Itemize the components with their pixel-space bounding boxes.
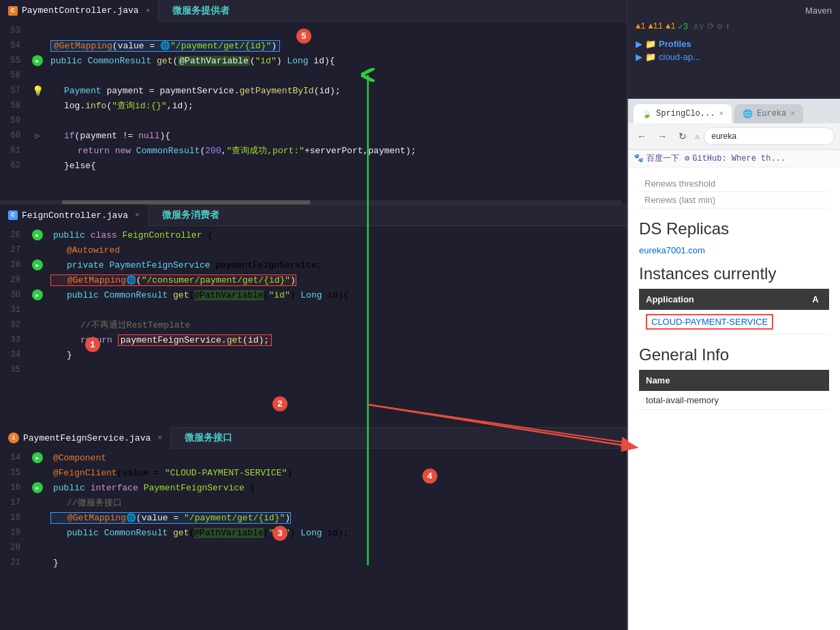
code-line-56: 56 bbox=[0, 68, 627, 83]
code-section-3: 14 ▶ @Component 15 @FeignClient(value = … bbox=[0, 449, 627, 630]
instance-table-header: Application A bbox=[639, 289, 829, 310]
replica-link[interactable]: eureka7001.com bbox=[639, 245, 705, 255]
renews-threshold-row: Renews threshold bbox=[639, 176, 829, 192]
bookmark-baidu[interactable]: 🐾 百度一下 bbox=[634, 153, 679, 164]
refresh-button[interactable]: ↻ bbox=[674, 128, 691, 144]
instance-row-1: CLOUD-PAYMENT-SERVICE bbox=[639, 310, 829, 334]
tab-feign-controller[interactable]: C FeignController.java × bbox=[0, 204, 149, 226]
maven-title: Maven bbox=[636, 5, 832, 16]
tab-label-3: PaymentFeignService.java bbox=[23, 433, 151, 443]
tab-springcloud-close[interactable]: × bbox=[719, 110, 724, 118]
code-line-58: 58 log.info("查询id:{}",id); bbox=[0, 98, 627, 113]
code-line-31: 31 bbox=[0, 302, 627, 317]
code-section-1: C PaymentController.java × 微服务提供者 53 54 … bbox=[0, 0, 627, 204]
tab-payment-controller[interactable]: C PaymentController.java × bbox=[0, 0, 159, 22]
maven-profiles-item[interactable]: ▶ 📁 Profiles bbox=[636, 37, 832, 50]
tab-close-1[interactable]: × bbox=[146, 7, 151, 15]
tab-feign-service[interactable]: i PaymentFeignService.java × bbox=[0, 427, 171, 449]
nav-arrows[interactable]: ∧∨ bbox=[694, 21, 704, 32]
settings-icon[interactable]: ⚙ bbox=[717, 21, 723, 32]
col-application: Application bbox=[639, 289, 805, 310]
general-info-header: Name bbox=[639, 370, 829, 391]
baidu-icon: 🐾 bbox=[634, 153, 644, 163]
browser-bookmarks: 🐾 百度一下 ⚙ GitHub: Where th... bbox=[628, 150, 840, 168]
globe-icon: 🌐 bbox=[743, 109, 753, 119]
tab-label-1: PaymentController.java bbox=[22, 5, 139, 16]
bookmark-baidu-label: 百度一下 bbox=[647, 153, 679, 164]
browser-tab-bar: 🍃 SpringClo... × 🌐 Eureka × bbox=[628, 99, 840, 123]
back-button[interactable]: ← bbox=[634, 128, 650, 144]
expand-icon-2: ▶ bbox=[636, 52, 642, 62]
code-section-2: 26 ▶ public class FeignController { 27 @… bbox=[0, 226, 627, 427]
maven-warnings-2: ▲11 bbox=[648, 22, 663, 31]
code-line-55: 55 ▶ public CommonResult get(@PathVariab… bbox=[0, 53, 627, 68]
instance-col-a bbox=[805, 310, 829, 334]
tab-label-2: FeignController.java bbox=[22, 210, 128, 221]
tab-eureka-label: Eureka bbox=[757, 109, 786, 119]
gutter-icon-30: ▶ bbox=[32, 289, 43, 300]
maven-warnings: ▲1 bbox=[636, 22, 645, 31]
badge-1: 1 bbox=[85, 337, 100, 352]
tab-eureka-close[interactable]: × bbox=[790, 110, 795, 118]
maven-warnings-3: ▲1 bbox=[666, 22, 675, 31]
code-line-57: 57 💡 Payment payment = paymentService.ge… bbox=[0, 83, 627, 98]
gutter-icon-14: ▶ bbox=[32, 452, 43, 463]
eureka-content: Renews threshold Renews (last min) DS Re… bbox=[628, 168, 840, 630]
instance-name-cell: CLOUD-PAYMENT-SERVICE bbox=[639, 310, 805, 334]
warning-icon: ⚠ bbox=[695, 131, 700, 142]
tab-close-3[interactable]: × bbox=[157, 434, 162, 442]
tab-springcloud-label: SpringClo... bbox=[656, 109, 715, 119]
renews-threshold-label: Renews threshold bbox=[639, 176, 807, 192]
code-line-28: 28 ▶ private PaymentFeignService payment… bbox=[0, 257, 627, 272]
code-line-26: 26 ▶ public class FeignController { bbox=[0, 227, 627, 242]
code-line-27: 27 @Autowired bbox=[0, 242, 627, 257]
gutter-icon-16: ▶ bbox=[32, 482, 43, 493]
code-line-53: 53 bbox=[0, 23, 627, 38]
folder-icon-2: 📁 bbox=[645, 52, 656, 62]
col-name: Name bbox=[639, 370, 829, 391]
refresh-icon[interactable]: ⟳ bbox=[707, 21, 715, 32]
section-divider-2: C FeignController.java × 微服务消费者 bbox=[0, 204, 627, 226]
renews-last-row: Renews (last min) bbox=[639, 192, 829, 208]
spring-icon: 🍃 bbox=[642, 109, 652, 119]
code-line-15: 15 @FeignClient(value = "CLOUD-PAYMENT-S… bbox=[0, 465, 627, 480]
gutter-icon-26: ▶ bbox=[32, 230, 43, 240]
maven-toolbar: ▲1 ▲11 ▲1 ✓3 ∧∨ ⟳ ⚙ ⬇ bbox=[636, 21, 832, 32]
maven-cloud-item[interactable]: ▶ 📁 cloud-ap... bbox=[636, 50, 832, 63]
h-scrollbar-1[interactable] bbox=[0, 200, 621, 204]
download-icon[interactable]: ⬇ bbox=[725, 21, 730, 32]
code-line-54: 54 @GetMapping(value = 🌐"/payment/get/{i… bbox=[0, 38, 627, 53]
java-icon-3: i bbox=[8, 432, 19, 443]
code-line-62: 62 }else{ bbox=[0, 158, 627, 173]
general-info-title: General Info bbox=[639, 345, 829, 364]
tab-springcloud[interactable]: 🍃 SpringClo... × bbox=[634, 104, 732, 123]
col-a: A bbox=[805, 289, 829, 310]
general-info-table: Name total-avail-memory bbox=[639, 370, 829, 410]
github-icon: ⚙ bbox=[685, 153, 689, 163]
expand-icon: ▶ bbox=[636, 39, 642, 49]
maven-ok: ✓3 bbox=[678, 22, 687, 32]
code-line-61: 61 return new CommonResult(200,"查询成功,por… bbox=[0, 143, 627, 158]
code-line-35: 35 bbox=[0, 362, 627, 377]
instances-title: Instances currently bbox=[639, 264, 829, 283]
renews-table: Renews threshold Renews (last min) bbox=[639, 176, 829, 208]
bookmark-github-label: GitHub: Where th... bbox=[692, 154, 785, 163]
maven-panel: Maven ▲1 ▲11 ▲1 ✓3 ∧∨ ⟳ ⚙ ⬇ ▶ 📁 Profiles… bbox=[627, 0, 840, 99]
tab-close-2[interactable]: × bbox=[135, 211, 140, 219]
renews-threshold-value bbox=[807, 176, 829, 192]
ide-panel: C PaymentController.java × 微服务提供者 53 54 … bbox=[0, 0, 627, 630]
renews-last-label: Renews (last min) bbox=[639, 192, 807, 208]
folder-icon: 📁 bbox=[645, 39, 656, 49]
cn-label-2: 微服务消费者 bbox=[162, 209, 219, 221]
address-bar[interactable] bbox=[704, 127, 835, 145]
forward-button[interactable]: → bbox=[654, 128, 670, 144]
tab-eureka[interactable]: 🌐 Eureka × bbox=[734, 104, 803, 123]
bookmark-github[interactable]: ⚙ GitHub: Where th... bbox=[685, 153, 785, 163]
section-divider-3: i PaymentFeignService.java × 微服务接口 bbox=[0, 427, 627, 449]
code-line-59: 59 bbox=[0, 113, 627, 128]
badge-5: 5 bbox=[296, 29, 311, 44]
general-info-row: total-avail-memory bbox=[639, 391, 829, 410]
renews-last-value bbox=[807, 192, 829, 208]
code-line-60: 60 ▷ if(payment != null){ bbox=[0, 128, 627, 143]
gutter-icon-28: ▶ bbox=[32, 259, 43, 270]
